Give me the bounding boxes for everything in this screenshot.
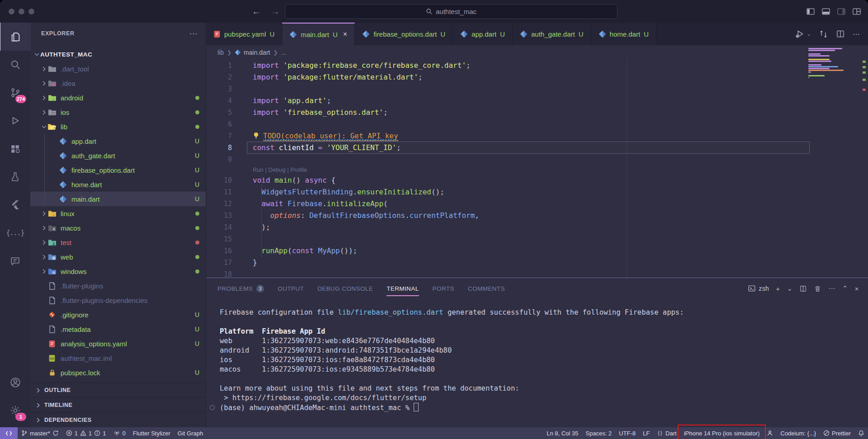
customize-layout-icon[interactable]: [853, 8, 861, 15]
activity-flutter-icon[interactable]: [0, 191, 30, 219]
chevron-down-icon[interactable]: ⌄: [787, 284, 793, 293]
maximize-panel-icon[interactable]: ⌃: [842, 284, 848, 293]
activity-testing-icon[interactable]: [0, 163, 30, 191]
window-controls[interactable]: [9, 9, 34, 14]
code-line-8[interactable]: 8const clientId = 'YOUR_CLIENT_ID';: [206, 142, 868, 154]
tree-item--dart-tool[interactable]: .dart_tool: [30, 61, 206, 76]
minimap[interactable]: [808, 48, 855, 80]
status-cursor-position[interactable]: Ln 8, Col 35: [543, 427, 582, 439]
activity-chat-icon[interactable]: [0, 247, 30, 275]
chevron-right-icon[interactable]: [40, 240, 47, 245]
tab-firebase_options-dart[interactable]: firebase_options.dartU: [355, 23, 453, 45]
tree-item--gitignore[interactable]: .gitignoreU: [30, 307, 206, 322]
code-line-3[interactable]: 3: [206, 83, 868, 95]
close-tab-icon[interactable]: ×: [343, 30, 347, 38]
tree-item-analysis-options-yaml[interactable]: analysis_options.yamlU: [30, 336, 206, 351]
tree-item--metadata[interactable]: .metadataU: [30, 322, 206, 336]
status-prettier[interactable]: Prettier: [820, 427, 854, 439]
split-terminal-icon[interactable]: [799, 285, 807, 293]
status-git-branch[interactable]: master*: [18, 427, 62, 439]
tree-item-auth-gate-dart[interactable]: auth_gate.dartU: [30, 148, 206, 163]
chevron-right-icon[interactable]: [40, 81, 47, 86]
chevron-right-icon[interactable]: [40, 226, 47, 231]
code-line-9[interactable]: 9: [206, 154, 868, 165]
chevron-down-icon[interactable]: [40, 124, 47, 129]
code-line-13[interactable]: 13 options: DefaultFirebaseOptions.curre…: [206, 210, 868, 222]
panel-tab-output[interactable]: OUTPUT: [278, 278, 304, 299]
code-line-5[interactable]: 5import 'firebase_options.dart';: [206, 107, 868, 118]
activity-accounts-icon[interactable]: [0, 368, 30, 397]
synchronize-changes-icon[interactable]: [819, 29, 828, 39]
toggle-panel-icon[interactable]: [822, 8, 830, 15]
tab-app-dart[interactable]: app.dartU: [453, 23, 513, 45]
tree-item-main-dart[interactable]: main.dartU: [30, 192, 206, 206]
tab-home-dart[interactable]: home.dartU: [591, 23, 656, 45]
command-decoration-icon[interactable]: [210, 405, 215, 410]
section-timeline[interactable]: TIMELINE: [30, 397, 206, 412]
code-line-14[interactable]: 14 );: [206, 222, 868, 233]
chevron-right-icon[interactable]: [40, 255, 47, 260]
kill-terminal-icon[interactable]: [814, 285, 821, 293]
activity-explorer-icon[interactable]: [0, 23, 31, 51]
tree-item-web[interactable]: web: [30, 250, 206, 264]
activity-snippets-icon[interactable]: {...}: [0, 219, 30, 247]
section-dependencies[interactable]: DEPENDENCIES: [30, 412, 206, 427]
tree-item-pubspec-lock[interactable]: pubspec.lockU: [30, 365, 206, 380]
code-editor[interactable]: 1import 'package:firebase_core/firebase_…: [206, 60, 868, 278]
code-line-16[interactable]: 16 runApp(const MyApp());: [206, 245, 868, 257]
tab-auth_gate-dart[interactable]: auth_gate.dartU: [513, 23, 591, 45]
breadcrumb-folder[interactable]: lib: [217, 49, 224, 56]
tree-root-item[interactable]: AUTHTEST_MAC: [30, 47, 206, 61]
activity-source-control-icon[interactable]: 274: [0, 79, 30, 107]
status-codeium[interactable]: Codeium: {...}: [777, 427, 820, 439]
tree-item-ios[interactable]: iOSios: [30, 105, 206, 119]
status-notifications[interactable]: [854, 427, 868, 439]
tree-item-authtest-mac-iml[interactable]: <>authtest_mac.iml: [30, 351, 206, 365]
tree-item-app-dart[interactable]: app.dartU: [30, 134, 206, 148]
breadcrumb[interactable]: lib ❯ main.dart ❯ ...: [206, 45, 868, 60]
panel-tab-ports[interactable]: PORTS: [433, 278, 454, 299]
status-encoding[interactable]: UTF-8: [615, 427, 639, 439]
code-line-1[interactable]: 1import 'package:firebase_core/firebase_…: [206, 60, 868, 71]
status-ports[interactable]: 0: [110, 427, 129, 439]
close-panel-icon[interactable]: ×: [855, 285, 859, 293]
more-actions-icon[interactable]: ⋯: [853, 30, 860, 38]
lightbulb-icon[interactable]: [253, 132, 259, 139]
command-center-search[interactable]: authtest_mac: [285, 4, 618, 19]
panel-tab-comments[interactable]: COMMENTS: [468, 278, 505, 299]
close-window-button[interactable]: [9, 9, 14, 14]
code-line-12[interactable]: 12 await Firebase.initializeApp(: [206, 198, 868, 210]
status-language-mode[interactable]: Dart: [653, 427, 680, 439]
more-actions-icon[interactable]: ⋯: [828, 284, 835, 293]
code-line-17[interactable]: 17}: [206, 257, 868, 269]
code-line-4[interactable]: 4import 'app.dart';: [206, 95, 868, 107]
code-line-11[interactable]: 11 WidgetsFlutterBinding.ensureInitializ…: [206, 186, 868, 198]
status-remote-indicator[interactable]: [0, 427, 18, 439]
explorer-more-actions-icon[interactable]: ⋯: [189, 29, 198, 38]
panel-tab-terminal[interactable]: TERMINAL: [387, 278, 419, 299]
tree-item-android[interactable]: android: [30, 90, 206, 105]
code-line-7[interactable]: 7TODO(codelab user): Get API key: [206, 130, 868, 142]
status-accounts[interactable]: [763, 427, 777, 439]
terminal[interactable]: Firebase configuration file lib/firebase…: [206, 299, 868, 427]
tree-item--idea[interactable]: .idea: [30, 76, 206, 90]
chevron-down-icon[interactable]: ⌄: [807, 31, 811, 37]
status-problems[interactable]: 111: [62, 427, 110, 439]
chevron-right-icon[interactable]: [40, 95, 47, 100]
chevron-right-icon[interactable]: [40, 66, 47, 71]
activity-extensions-icon[interactable]: [0, 135, 30, 163]
section-outline[interactable]: OUTLINE: [30, 382, 206, 397]
tree-item-pubspec-yaml[interactable]: pubspec.yamlU: [30, 380, 206, 382]
tree-item--flutter-plugins[interactable]: .flutter-plugins: [30, 279, 206, 293]
zoom-window-button[interactable]: [28, 9, 34, 14]
status-flutter-stylizer[interactable]: Flutter Stylizer: [129, 427, 174, 439]
code-line-10[interactable]: 10void main() async {: [206, 175, 868, 186]
tab-main-dart[interactable]: main.dartU×: [282, 23, 355, 45]
back-icon[interactable]: ←: [252, 6, 261, 17]
tree-item-windows[interactable]: windows: [30, 264, 206, 279]
activity-run-debug-icon[interactable]: [0, 107, 30, 135]
chevron-right-icon[interactable]: [40, 211, 47, 216]
code-line-6[interactable]: 6: [206, 118, 868, 130]
tree-item-firebase-options-dart[interactable]: firebase_options.dartU: [30, 163, 206, 177]
status-indentation[interactable]: Spaces: 2: [582, 427, 615, 439]
